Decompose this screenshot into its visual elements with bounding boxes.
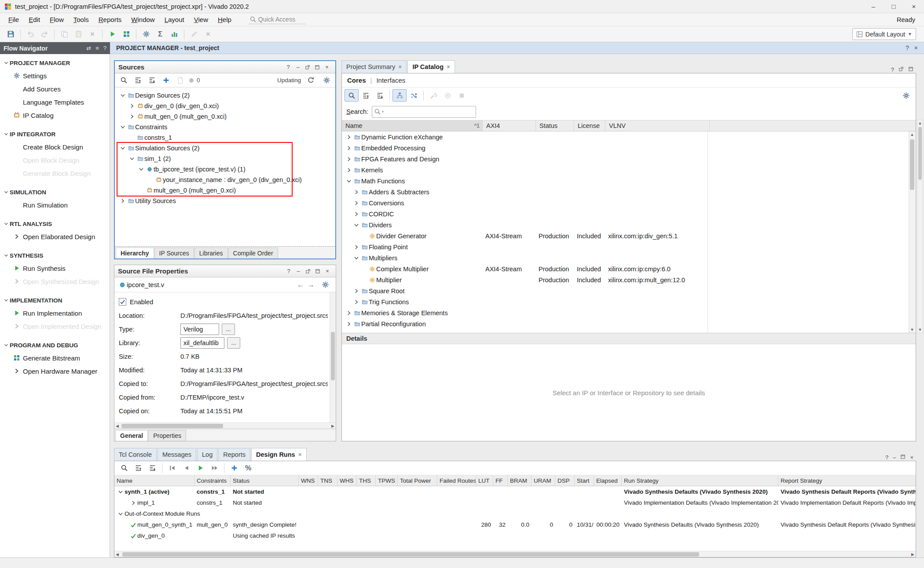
collapse-all-icon[interactable] xyxy=(131,462,145,474)
help-icon[interactable]: ? xyxy=(283,62,293,72)
maximize-button[interactable]: □ xyxy=(884,0,904,13)
scroll-down-icon[interactable]: ▼ xyxy=(909,327,915,333)
source-tree-item[interactable]: Design Sources(2) xyxy=(115,90,335,101)
flow-nav-item-run-implementation[interactable]: Run Implementation xyxy=(0,306,110,320)
column-header-lut[interactable]: LUT xyxy=(476,475,493,486)
source-tree-item[interactable]: your_instance_name : div_gen_0(div_gen_0… xyxy=(115,175,335,185)
ip-catalog-row[interactable]: Trig Functions xyxy=(342,296,916,307)
target-icon[interactable] xyxy=(440,89,455,102)
column-header-tpws[interactable]: TPWS xyxy=(376,475,398,486)
ip-catalog-row[interactable]: Square Root xyxy=(342,285,916,296)
restore-icon[interactable] xyxy=(407,89,421,102)
expand-all-icon[interactable] xyxy=(145,462,159,474)
settings-gear-icon[interactable] xyxy=(899,89,913,102)
flow-nav-section-rtl-analysis[interactable]: RTL ANALYSIS xyxy=(0,218,110,230)
search-icon[interactable] xyxy=(345,89,359,102)
maximize-icon[interactable] xyxy=(908,66,913,73)
undo-icon[interactable] xyxy=(23,28,37,40)
ip-catalog-row[interactable]: MultiplierProductionIncludedxilinx.com:i… xyxy=(342,274,916,285)
ip-catalog-row[interactable]: Complex MultiplierAXI4-StreamProductionI… xyxy=(342,263,916,274)
tab-log[interactable]: Log xyxy=(197,448,217,461)
column-header-license[interactable]: License xyxy=(574,120,605,131)
close-icon[interactable]: × xyxy=(910,454,913,461)
tab-close-icon[interactable]: × xyxy=(398,63,402,70)
settings-icon[interactable] xyxy=(139,28,153,40)
column-header-report-strategy[interactable]: Report Strategy xyxy=(778,475,916,486)
source-tree-item[interactable]: Utility Sources xyxy=(115,196,335,206)
maximize-icon[interactable] xyxy=(900,454,906,461)
ip-catalog-row[interactable]: Embedded Processing xyxy=(342,142,916,153)
column-header-name[interactable]: Name xyxy=(114,475,194,486)
flow-nav-item-open-elaborated-design[interactable]: Open Elaborated Design xyxy=(0,230,110,243)
sources-tab-hierarchy[interactable]: Hierarchy xyxy=(116,248,154,259)
column-header-name[interactable]: Name^1 xyxy=(342,120,483,131)
sources-tab-ip-sources[interactable]: IP Sources xyxy=(154,248,194,259)
settings-gear-icon[interactable] xyxy=(319,74,334,87)
ip-catalog-row[interactable]: Dividers xyxy=(342,219,916,230)
ip-catalog-row[interactable]: Multipliers xyxy=(342,252,916,263)
menu-tools[interactable]: Tools xyxy=(69,13,94,26)
help-icon[interactable]: ? xyxy=(284,266,293,276)
flow-nav-item-generate-bitstream[interactable]: Generate Bitstream xyxy=(0,351,110,364)
flow-nav-item-language-templates[interactable]: Language Templates xyxy=(0,95,110,109)
sources-tab-libraries[interactable]: Libraries xyxy=(194,248,228,259)
menu-layout[interactable]: Layout xyxy=(160,13,189,26)
browse-button[interactable]: ... xyxy=(227,337,240,349)
scroll-down-icon[interactable]: ▼ xyxy=(917,327,923,333)
flow-nav-item-add-sources[interactable]: Add Sources xyxy=(0,82,110,95)
column-header-status[interactable]: Status xyxy=(536,120,574,131)
ip-catalog-row[interactable]: Math Functions xyxy=(342,175,916,186)
scroll-right-icon[interactable]: ▶ xyxy=(331,424,334,428)
design-run-row[interactable]: synth_1 (active)constrs_1Not startedViva… xyxy=(114,486,916,497)
scroll-left-icon[interactable]: ◀ xyxy=(116,552,119,557)
copy-icon[interactable] xyxy=(57,28,71,40)
horizontal-scrollbar[interactable]: ◀ ▶ xyxy=(114,551,916,557)
back-icon[interactable]: ← xyxy=(297,281,304,289)
browse-button[interactable]: ... xyxy=(222,324,235,335)
ip-catalog-row[interactable]: Adders & Subtracters xyxy=(342,186,916,197)
subtab-interfaces[interactable]: Interfaces xyxy=(376,76,405,84)
horizontal-scrollbar[interactable]: ◀ ▶ xyxy=(114,422,336,429)
menu-flow[interactable]: Flow xyxy=(45,13,69,26)
column-header-elapsed[interactable]: Elapsed xyxy=(594,475,622,486)
sources-tab-compile-order[interactable]: Compile Order xyxy=(228,248,278,259)
dock-icon[interactable]: ⇄ xyxy=(86,45,91,51)
column-header-uram[interactable]: URAM xyxy=(532,475,555,486)
flow-nav-item-settings[interactable]: Settings xyxy=(0,69,110,82)
refresh-icon[interactable] xyxy=(304,74,318,87)
source-tree-item[interactable]: div_gen_0(div_gen_0.xci) xyxy=(115,101,335,111)
menu-help[interactable]: Help xyxy=(213,13,236,26)
flow-nav-item-run-synthesis[interactable]: Run Synthesis xyxy=(0,262,110,275)
enabled-checkbox[interactable] xyxy=(119,298,126,306)
scroll-left-icon[interactable]: ◀ xyxy=(116,424,119,428)
flow-nav-section-program-and-debug[interactable]: PROGRAM AND DEBUG xyxy=(0,339,110,351)
close-icon[interactable]: × xyxy=(323,266,332,276)
source-tree-item[interactable]: constrs_1 xyxy=(115,132,335,143)
column-header-constraints[interactable]: Constraints xyxy=(194,475,231,486)
group-icon[interactable] xyxy=(392,89,407,102)
menu-file[interactable]: File xyxy=(4,13,24,26)
close-icon[interactable]: × xyxy=(322,62,332,72)
search-icon[interactable] xyxy=(117,462,131,474)
design-run-row[interactable]: impl_1constrs_1Not startedVivado Impleme… xyxy=(114,497,916,508)
flow-nav-item-open-block-design[interactable]: Open Block Design xyxy=(0,153,110,167)
flow-nav-item-open-implemented-design[interactable]: Open Implemented Design xyxy=(0,320,110,333)
ip-catalog-row[interactable]: Partial Reconfiguration xyxy=(342,318,916,329)
column-header-vlnv[interactable]: VLNV xyxy=(605,120,710,131)
source-tree-item[interactable]: sim_1(2) xyxy=(115,153,335,164)
tab-ip-catalog[interactable]: IP Catalog× xyxy=(407,60,455,73)
column-header-status[interactable]: Status xyxy=(231,475,299,486)
column-header-run-strategy[interactable]: Run Strategy xyxy=(622,475,778,486)
maximize-icon[interactable] xyxy=(312,62,322,72)
vertical-scrollbar[interactable]: ▲ ▼ xyxy=(909,131,915,333)
scroll-up-icon[interactable]: ▲ xyxy=(917,120,923,126)
help-icon[interactable]: ? xyxy=(906,44,909,51)
column-header-ths[interactable]: THS xyxy=(357,475,376,486)
source-tree-item[interactable]: mult_gen_0(mult_gen_0.xci) xyxy=(115,185,335,196)
collapse-all-icon[interactable] xyxy=(131,74,145,87)
chart-icon[interactable] xyxy=(167,28,181,40)
tab-close-icon[interactable]: × xyxy=(298,451,302,458)
float-icon[interactable] xyxy=(898,66,904,73)
reset-runs-icon[interactable] xyxy=(165,462,179,474)
subtab-cores[interactable]: Cores xyxy=(347,76,366,84)
